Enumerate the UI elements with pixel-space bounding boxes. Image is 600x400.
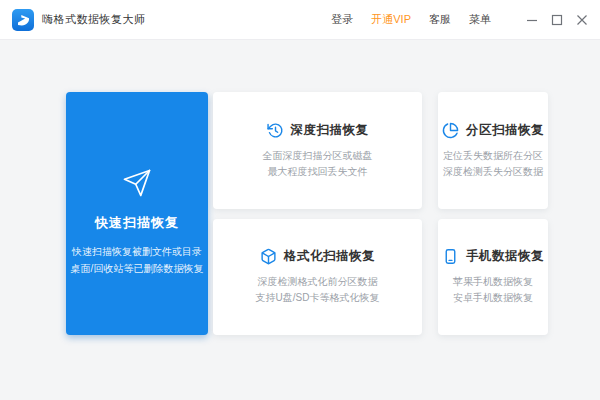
brand: 嗨格式数据恢复大师 — [12, 9, 146, 31]
quick-scan-title: 快速扫描恢复 — [95, 214, 179, 232]
close-icon[interactable] — [574, 12, 590, 28]
format-scan-title: 格式化扫描恢复 — [284, 248, 375, 265]
card-phone-recovery[interactable]: 手机数据恢复 苹果手机数据恢复 安卓手机数据恢复 — [438, 219, 548, 335]
paper-plane-icon — [122, 168, 152, 198]
maximize-icon[interactable] — [549, 12, 565, 28]
card-deep-scan[interactable]: 深度扫描恢复 全面深度扫描分区或磁盘 最大程度找回丢失文件 — [213, 92, 422, 209]
deep-scan-desc: 全面深度扫描分区或磁盘 最大程度找回丢失文件 — [263, 148, 373, 180]
vip-link[interactable]: 开通VIP — [371, 12, 411, 27]
partition-scan-title: 分区扫描恢复 — [466, 122, 544, 139]
title-bar: 嗨格式数据恢复大师 登录 开通VIP 客服 菜单 — [0, 0, 600, 40]
smartphone-icon — [442, 248, 459, 265]
app-title: 嗨格式数据恢复大师 — [42, 12, 146, 27]
title-bar-nav: 登录 开通VIP 客服 菜单 — [331, 12, 590, 28]
window-controls — [515, 12, 590, 28]
app-logo-icon — [12, 9, 34, 31]
app-window: 嗨格式数据恢复大师 登录 开通VIP 客服 菜单 — [0, 0, 600, 400]
pie-chart-icon — [442, 122, 459, 139]
card-partition-scan[interactable]: 分区扫描恢复 定位丢失数据所在分区 深度检测丢失分区数据 — [438, 92, 548, 209]
card-quick-scan[interactable]: 快速扫描恢复 快速扫描恢复被删文件或目录 桌面/回收站等已删除数据恢复 — [66, 92, 208, 335]
history-clock-icon — [267, 122, 284, 139]
login-link[interactable]: 登录 — [331, 12, 353, 27]
deep-scan-title: 深度扫描恢复 — [291, 122, 369, 139]
support-link[interactable]: 客服 — [429, 12, 451, 27]
format-scan-desc: 深度检测格式化前分区数据 支持U盘/SD卡等格式化恢复 — [256, 274, 380, 306]
quick-scan-desc: 快速扫描恢复被删文件或目录 桌面/回收站等已删除数据恢复 — [71, 243, 204, 277]
phone-recovery-desc: 苹果手机数据恢复 安卓手机数据恢复 — [453, 274, 533, 306]
cube-icon — [260, 248, 277, 265]
partition-scan-desc: 定位丢失数据所在分区 深度检测丢失分区数据 — [443, 148, 543, 180]
card-format-scan[interactable]: 格式化扫描恢复 深度检测格式化前分区数据 支持U盘/SD卡等格式化恢复 — [213, 219, 422, 335]
menu-link[interactable]: 菜单 — [469, 12, 491, 27]
minimize-icon[interactable] — [524, 12, 540, 28]
phone-recovery-title: 手机数据恢复 — [466, 248, 544, 265]
